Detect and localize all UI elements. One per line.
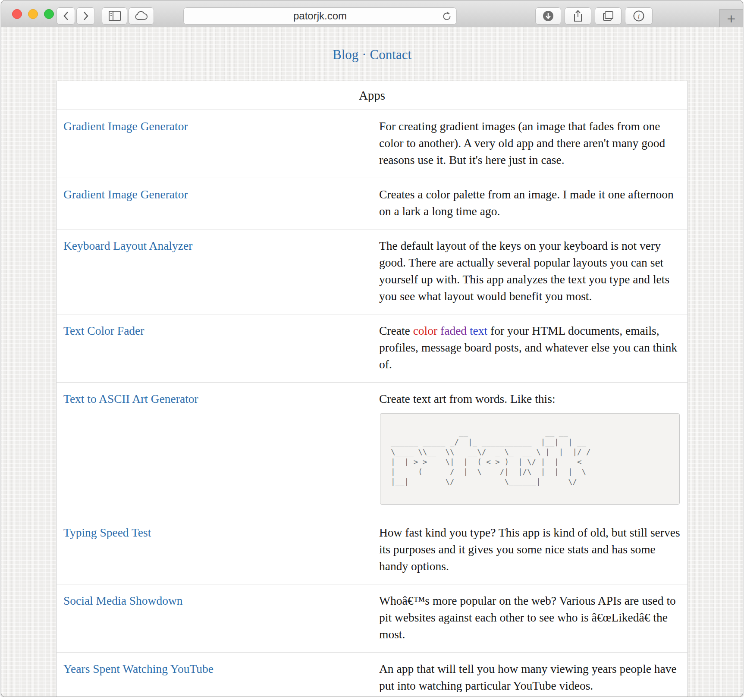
new-tab-button[interactable]: +: [719, 9, 743, 27]
table-row: Text to ASCII Art Generator Create text …: [57, 383, 688, 516]
app-description: The default layout of the keys on your k…: [372, 229, 688, 314]
app-description: Whoâ€™s more popular on the web? Various…: [372, 584, 688, 653]
nav-link-blog[interactable]: Blog: [333, 47, 358, 62]
browser-window: patorjk.com i +: [1, 0, 743, 697]
svg-text:i: i: [638, 13, 640, 20]
forward-button[interactable]: [76, 7, 95, 25]
nav-separator: ·: [358, 47, 370, 62]
table-row: Keyboard Layout Analyzer The default lay…: [57, 229, 688, 314]
app-link-gradient-image-generator[interactable]: Gradient Image Generator: [63, 119, 188, 133]
browser-toolbar: patorjk.com i +: [1, 0, 743, 27]
table-title: Apps: [57, 81, 688, 110]
app-link-years-spent-watching-youtube[interactable]: Years Spent Watching YouTube: [63, 662, 213, 675]
desc-part: Create: [379, 324, 413, 337]
ascii-intro: Create text art from words. Like this:: [379, 390, 681, 407]
ascii-art-sample: __ __ __ ______ _____ _/ |_ ___________ …: [380, 413, 680, 505]
share-icon: [573, 9, 583, 22]
refresh-icon[interactable]: [441, 11, 452, 25]
desc-part-text-word: text: [470, 324, 487, 337]
table-row: Typing Speed Test How fast kind you type…: [57, 516, 688, 584]
site-nav: Blog·Contact: [1, 27, 743, 63]
window-controls: [12, 9, 54, 19]
info-button[interactable]: i: [625, 7, 653, 25]
downloads-icon: [542, 10, 554, 22]
page-content: Blog·Contact Apps Gradient Image Generat…: [1, 27, 743, 697]
app-link-text-color-fader[interactable]: Text Color Fader: [63, 324, 144, 337]
app-description: Creates a color palette from an image. I…: [372, 178, 688, 229]
share-button[interactable]: [565, 7, 591, 25]
table-row: Gradient Image Generator For creating gr…: [57, 110, 688, 178]
table-header-row: Apps: [57, 81, 688, 110]
app-link-text-to-ascii-art-generator[interactable]: Text to ASCII Art Generator: [63, 392, 198, 405]
table-row: Gradient Image Generator Creates a color…: [57, 178, 688, 229]
table-row: Text Color Fader Create color faded text…: [57, 314, 688, 383]
downloads-button[interactable]: [535, 7, 561, 25]
desc-part-faded-word: faded: [440, 324, 467, 337]
app-link-keyboard-layout-analyzer[interactable]: Keyboard Layout Analyzer: [63, 239, 192, 252]
address-url: patorjk.com: [293, 10, 347, 22]
app-link-gradient-image-generator-2[interactable]: Gradient Image Generator: [63, 188, 188, 201]
close-window-button[interactable]: [12, 9, 22, 19]
address-bar[interactable]: patorjk.com: [183, 7, 457, 25]
app-description: An app that will tell you how many viewi…: [372, 653, 688, 697]
icloud-tabs-button[interactable]: [129, 7, 154, 25]
back-button[interactable]: [57, 7, 75, 25]
apps-table: Apps Gradient Image Generator For creati…: [56, 81, 688, 697]
cloud-icon: [134, 11, 149, 21]
info-icon: i: [633, 10, 645, 22]
tabs-icon: [602, 10, 615, 22]
app-description: For creating gradient images (an image t…: [372, 110, 688, 178]
minimize-window-button[interactable]: [28, 9, 38, 19]
app-link-social-media-showdown[interactable]: Social Media Showdown: [63, 594, 183, 607]
plus-icon: +: [727, 11, 736, 26]
app-description: How fast kind you type? This app is kind…: [372, 516, 688, 584]
forward-icon: [81, 10, 91, 22]
nav-link-contact[interactable]: Contact: [370, 47, 411, 62]
sidebar-button[interactable]: [102, 7, 127, 25]
app-link-typing-speed-test[interactable]: Typing Speed Test: [63, 526, 151, 539]
app-description: Create text art from words. Like this: _…: [372, 383, 688, 516]
zoom-window-button[interactable]: [44, 9, 54, 19]
table-row: Years Spent Watching YouTube An app that…: [57, 653, 688, 697]
back-icon: [61, 10, 71, 22]
app-description: Create color faded text for your HTML do…: [372, 314, 688, 383]
desc-part-color-word: color: [413, 324, 438, 337]
table-row: Social Media Showdown Whoâ€™s more popul…: [57, 584, 688, 653]
sidebar-icon: [108, 10, 121, 22]
show-all-tabs-button[interactable]: [595, 7, 622, 25]
